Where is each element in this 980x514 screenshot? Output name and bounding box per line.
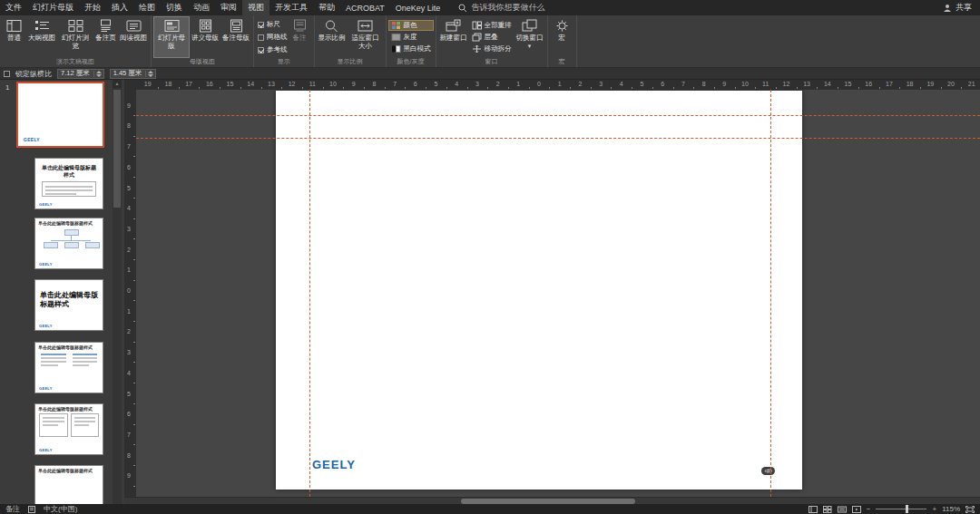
menu-tab-3[interactable]: 插入 [106,0,133,15]
notes-toggle[interactable]: 备注 [5,504,20,514]
notes-page-button[interactable]: 备注页 [93,16,118,58]
fit-slide-to-window-icon[interactable] [965,506,975,513]
menu-tab-9[interactable]: 开发工具 [270,0,313,15]
notes-button[interactable]: 备注 [288,16,312,58]
slide-sorter-button[interactable]: 幻灯片浏览 [57,16,93,58]
menu-tab-7[interactable]: 审阅 [215,0,242,15]
ruler-number: 8 [702,81,706,87]
arrange-all-icon [472,21,482,30]
move-split-button[interactable]: 移动拆分 [469,44,514,54]
ruler-number: 11 [762,81,769,87]
ruler-number: 15 [845,81,852,87]
macros-button[interactable]: 宏 [550,16,574,58]
guide-horizontal[interactable] [136,115,980,116]
guide-vertical[interactable] [770,90,771,497]
handout-master-button[interactable]: 讲义母版 [190,16,220,58]
status-reading-view-icon[interactable] [838,506,847,513]
layout-thumbnail-3[interactable]: 单击此处编辑母版标题样式GEELY [34,279,103,331]
reading-view-button[interactable]: 阅读视图 [118,16,149,58]
zoom-slider-knob[interactable] [906,505,908,513]
menu-tab-12[interactable]: OneKey Lite [390,0,446,15]
ruler-tick [133,198,135,199]
menu-tab-1[interactable]: 幻灯片母版 [27,0,79,15]
menu-tab-0[interactable]: 文件 [0,0,27,15]
shape-width-field[interactable]: 7.12 厘米 [57,69,104,79]
ruler-number: 5 [435,81,438,87]
lock-aspect-checkbox[interactable] [4,71,10,77]
ruler-number: 1 [127,267,131,273]
guide-vertical[interactable] [309,90,310,497]
ruler-number: 14 [247,81,254,87]
status-normal-view-icon[interactable] [808,506,818,513]
zoom-in-button[interactable]: + [932,505,936,513]
switch-windows-button[interactable]: 切换窗口 ▼ [514,16,545,58]
ruler-tick [858,87,859,89]
zoom-out-button[interactable]: − [867,505,871,513]
zoom-button[interactable]: 显示比例 [317,16,348,58]
ruler-checkbox[interactable]: 标尺 [256,19,288,31]
status-slideshow-icon[interactable] [852,506,861,513]
slide-master-button[interactable]: 幻灯片母版 [153,16,190,58]
share-button[interactable]: 共享 [935,0,980,15]
color-mode-button[interactable]: 颜色 [388,20,434,31]
fit-to-window-button[interactable]: 适应窗口大小 [348,16,384,58]
layout-thumbnail-4[interactable]: 单击此处编辑母版标题样式GEELY [34,342,103,393]
scroll-up-arrow-icon[interactable]: ▲ [113,80,122,88]
ruler-number: 16 [865,81,872,87]
new-window-button[interactable]: 新建窗口 [438,16,469,58]
arrange-all-button[interactable]: 全部重排 [469,20,514,31]
shape-height-field[interactable]: 1.45 厘米 [110,69,157,79]
guides-checkbox[interactable]: 参考线 [256,44,288,56]
zoom-percentage[interactable]: 115% [942,505,960,513]
ruler-number: 18 [906,81,914,87]
ruler-tick [549,87,550,89]
slide-master-thumbnail[interactable]: GEELY [16,82,104,148]
menu-tab-5[interactable]: 切换 [161,0,188,15]
layout-thumbnail-2[interactable]: 单击此处编辑母版标题样式GEELY [34,218,103,269]
black-white-button[interactable]: 黑白模式 [388,44,434,54]
horizontal-ruler[interactable]: 1918171615141312111098765432101234567891… [136,80,980,90]
language-indicator[interactable]: 中文(中国) [44,504,77,514]
menu-tab-11[interactable]: ACROBAT [340,0,390,15]
width-stepper[interactable] [93,71,102,77]
ruler-tick [426,87,426,89]
menu-tab-2[interactable]: 开始 [79,0,106,15]
ruler-number: 10 [741,81,749,87]
layout-thumbnail-6[interactable]: 单击此处编辑母版标题样式GEELY [34,465,103,504]
guide-horizontal[interactable] [136,138,980,139]
notes-master-button[interactable]: 备注母版 [220,16,251,58]
notes-master-icon [229,19,244,33]
grayscale-button[interactable]: 灰度 [388,32,434,43]
zoom-slider[interactable] [876,509,926,509]
ruler-tick [755,87,756,89]
vertical-ruler[interactable]: 9876543210123456789 [124,90,136,497]
thumbnails-scrollbar[interactable]: ▲ [113,80,122,504]
outline-view-button[interactable]: 大纲视图 [26,16,57,58]
checkbox-box [258,22,264,28]
menu-tab-6[interactable]: 动画 [188,0,215,15]
slide-master-icon [164,19,180,33]
scrollbar-thumb[interactable] [113,90,121,208]
horizontal-scrollbar[interactable] [124,497,980,504]
menu-tab-4[interactable]: 绘图 [133,0,161,15]
layout-thumbnail-1[interactable]: 单击此处编辑母版标题样式GEELY [34,158,103,209]
layout-thumbnail-5[interactable]: 单击此处编辑母版标题样式GEELY [34,403,103,455]
gridlines-checkbox[interactable]: 网格线 [256,32,288,44]
ruler-tick [133,156,135,157]
cascade-button[interactable]: 层叠 [469,32,514,43]
reading-view-icon [126,19,142,33]
height-stepper[interactable] [145,71,153,77]
menu-tab-8[interactable]: 视图 [242,0,270,15]
tellme-box[interactable]: 告诉我你想要做什么 [458,0,544,15]
normal-view-button[interactable]: 普通 [2,16,26,58]
status-slide-sorter-icon[interactable] [823,506,832,513]
ruler-tick [302,87,303,89]
ruler-tick [941,87,942,89]
user-icon [943,4,952,13]
ruler-tick [797,87,798,89]
thumbnail-geely-logo: GEELY [39,262,53,267]
ruler-tick [133,259,135,260]
slide-master-editing-surface[interactable]: GEELY ‹#› [276,91,802,490]
menu-tab-10[interactable]: 帮助 [313,0,340,15]
slide-number-placeholder[interactable]: ‹#› [761,467,775,475]
